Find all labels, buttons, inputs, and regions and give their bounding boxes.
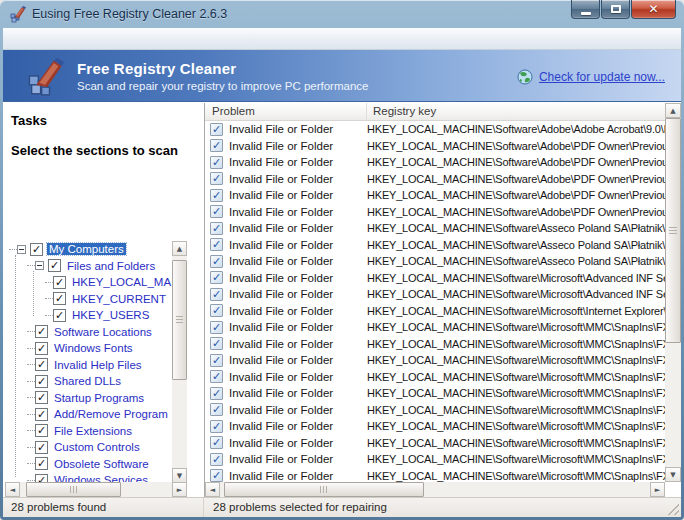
tree-checkbox[interactable]: ✓ — [53, 309, 66, 322]
row-checkbox[interactable]: ✓ — [210, 172, 223, 185]
tree-item[interactable]: ✓ Windows Services — [5, 472, 187, 482]
tree-item[interactable]: ✓ Invalid Help Files — [5, 357, 187, 374]
list-hscroll-track[interactable] — [220, 482, 650, 497]
table-row[interactable]: ✓ Invalid File or Folder HKEY_LOCAL_MACH… — [205, 237, 665, 254]
menu-item[interactable] — [25, 36, 41, 42]
tree-checkbox[interactable]: ✓ — [48, 259, 61, 272]
tree-checkbox[interactable]: ✓ — [35, 424, 48, 437]
row-checkbox[interactable]: ✓ — [210, 420, 223, 433]
row-checkbox[interactable]: ✓ — [210, 189, 223, 202]
row-checkbox[interactable]: ✓ — [210, 222, 223, 235]
column-header-registry-key[interactable]: Registry key — [367, 103, 436, 120]
table-row[interactable]: ✓ Invalid File or Folder HKEY_LOCAL_MACH… — [205, 220, 665, 237]
row-checkbox[interactable]: ✓ — [210, 139, 223, 152]
row-checkbox[interactable]: ✓ — [210, 337, 223, 350]
tree-checkbox[interactable]: ✓ — [30, 243, 43, 256]
tree-scroll-track[interactable] — [172, 256, 187, 468]
tree-scroll-up-button[interactable]: ▲ — [172, 241, 187, 256]
table-row[interactable]: ✓ Invalid File or Folder HKEY_LOCAL_MACH… — [205, 154, 665, 171]
tree-checkbox[interactable]: ✓ — [35, 342, 48, 355]
tree-expand-toggle[interactable] — [17, 245, 26, 254]
maximize-button[interactable] — [601, 0, 630, 19]
table-row[interactable]: ✓ Invalid File or Folder HKEY_LOCAL_MACH… — [205, 204, 665, 221]
tree-item[interactable]: ✓ My Computers — [5, 241, 187, 258]
table-row[interactable]: ✓ Invalid File or Folder HKEY_LOCAL_MACH… — [205, 121, 665, 138]
list-scroll-up-button[interactable]: ▲ — [665, 103, 681, 118]
tree-checkbox[interactable]: ✓ — [35, 408, 48, 421]
tree-checkbox[interactable]: ✓ — [35, 325, 48, 338]
close-button[interactable]: ✕ — [631, 0, 676, 19]
table-row[interactable]: ✓ Invalid File or Folder HKEY_LOCAL_MACH… — [205, 418, 665, 435]
tree-item[interactable]: ✓ Software Locations — [5, 324, 187, 341]
row-checkbox[interactable]: ✓ — [210, 321, 223, 334]
row-checkbox[interactable]: ✓ — [210, 288, 223, 301]
menu-item[interactable] — [41, 36, 57, 42]
list-scrollbar-thumb[interactable] — [665, 118, 681, 343]
tree-scroll-left-button[interactable]: ◄ — [5, 482, 20, 497]
table-row[interactable]: ✓ Invalid File or Folder HKEY_LOCAL_MACH… — [205, 451, 665, 468]
table-row[interactable]: ✓ Invalid File or Folder HKEY_LOCAL_MACH… — [205, 253, 665, 270]
list-scroll-right-button[interactable]: ► — [650, 482, 665, 497]
list-scroll-track[interactable] — [665, 118, 681, 467]
row-checkbox[interactable]: ✓ — [210, 370, 223, 383]
tree-scroll-right-button[interactable]: ► — [172, 482, 187, 497]
title-bar[interactable]: Eusing Free Registry Cleaner 2.6.3 ✕ — [0, 0, 684, 28]
table-row[interactable]: ✓ Invalid File or Folder HKEY_LOCAL_MACH… — [205, 402, 665, 419]
row-checkbox[interactable]: ✓ — [210, 123, 223, 136]
tree-item[interactable]: ✓ Startup Programs — [5, 390, 187, 407]
row-checkbox[interactable]: ✓ — [210, 271, 223, 284]
table-row[interactable]: ✓ Invalid File or Folder HKEY_LOCAL_MACH… — [205, 138, 665, 155]
tree-hscroll-track[interactable] — [20, 482, 172, 497]
table-row[interactable]: ✓ Invalid File or Folder HKEY_LOCAL_MACH… — [205, 369, 665, 386]
column-header-problem[interactable]: Problem — [205, 103, 367, 120]
tree-checkbox[interactable]: ✓ — [53, 292, 66, 305]
table-row[interactable]: ✓ Invalid File or Folder HKEY_LOCAL_MACH… — [205, 303, 665, 320]
row-checkbox[interactable]: ✓ — [210, 354, 223, 367]
row-checkbox[interactable]: ✓ — [210, 387, 223, 400]
table-row[interactable]: ✓ Invalid File or Folder HKEY_LOCAL_MACH… — [205, 270, 665, 287]
table-row[interactable]: ✓ Invalid File or Folder HKEY_LOCAL_MACH… — [205, 286, 665, 303]
check-update-link[interactable]: Check for update now... — [539, 70, 665, 84]
row-checkbox[interactable]: ✓ — [210, 238, 223, 251]
table-row[interactable]: ✓ Invalid File or Folder HKEY_LOCAL_MACH… — [205, 171, 665, 188]
tree-item[interactable]: ✓ Custom Controls — [5, 439, 187, 456]
row-checkbox[interactable]: ✓ — [210, 403, 223, 416]
tree-checkbox[interactable]: ✓ — [35, 358, 48, 371]
row-checkbox[interactable]: ✓ — [210, 255, 223, 268]
row-checkbox[interactable]: ✓ — [210, 436, 223, 449]
tree-hscrollbar-thumb[interactable] — [26, 482, 121, 497]
tree-checkbox[interactable]: ✓ — [35, 474, 48, 482]
tree-scrollbar-thumb[interactable] — [172, 260, 187, 380]
row-checkbox[interactable]: ✓ — [210, 453, 223, 466]
table-row[interactable]: ✓ Invalid File or Folder HKEY_LOCAL_MACH… — [205, 319, 665, 336]
tree-checkbox[interactable]: ✓ — [35, 441, 48, 454]
table-row[interactable]: ✓ Invalid File or Folder HKEY_LOCAL_MACH… — [205, 187, 665, 204]
resize-grip[interactable] — [666, 502, 679, 515]
tree-checkbox[interactable]: ✓ — [35, 457, 48, 470]
row-checkbox[interactable]: ✓ — [210, 304, 223, 317]
table-row[interactable]: ✓ Invalid File or Folder HKEY_LOCAL_MACH… — [205, 385, 665, 402]
row-checkbox[interactable]: ✓ — [210, 156, 223, 169]
tree-checkbox[interactable]: ✓ — [35, 375, 48, 388]
list-scroll-down-button[interactable]: ▼ — [665, 467, 681, 482]
table-row[interactable]: ✓ Invalid File or Folder HKEY_LOCAL_MACH… — [205, 336, 665, 353]
table-row[interactable]: ✓ Invalid File or Folder HKEY_LOCAL_MACH… — [205, 352, 665, 369]
menu-item[interactable] — [57, 36, 73, 42]
tree-scroll-down-button[interactable]: ▼ — [172, 468, 187, 483]
menu-item[interactable] — [73, 36, 89, 42]
tree-checkbox[interactable]: ✓ — [35, 391, 48, 404]
tree-checkbox[interactable]: ✓ — [53, 276, 66, 289]
table-row[interactable]: ✓ Invalid File or Folder HKEY_LOCAL_MACH… — [205, 468, 665, 483]
tree-item[interactable]: ✓ Obsolete Software — [5, 456, 187, 473]
tree-item[interactable]: ✓ Windows Fonts — [5, 340, 187, 357]
list-scroll-left-button[interactable]: ◄ — [205, 482, 220, 497]
tree-expand-toggle[interactable] — [35, 261, 44, 270]
tree-item[interactable]: ✓ Add/Remove Program — [5, 406, 187, 423]
minimize-button[interactable] — [571, 0, 600, 19]
tree-item[interactable]: ✓ File Extensions — [5, 423, 187, 440]
tree-item[interactable]: ✓ Shared DLLs — [5, 373, 187, 390]
list-hscrollbar-thumb[interactable] — [224, 482, 424, 497]
row-checkbox[interactable]: ✓ — [210, 205, 223, 218]
row-checkbox[interactable]: ✓ — [210, 469, 223, 482]
menu-item[interactable] — [9, 36, 25, 42]
